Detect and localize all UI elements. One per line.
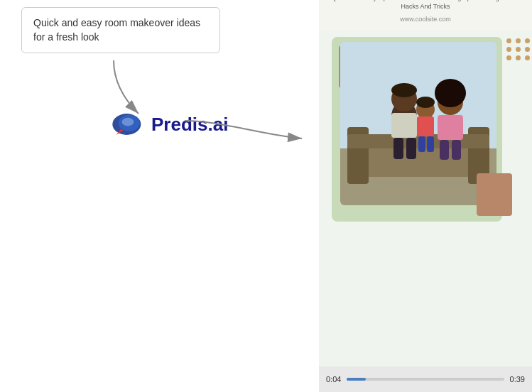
svg-rect-19 xyxy=(417,116,434,136)
predis-logo-icon xyxy=(110,110,146,138)
progress-bar-fill xyxy=(347,378,366,381)
family-scene-illustration xyxy=(340,42,496,205)
callout-text: Quick and easy room makeover ideas for a… xyxy=(33,17,200,43)
svg-point-23 xyxy=(435,79,466,107)
svg-rect-24 xyxy=(438,115,463,140)
family-svg xyxy=(340,42,496,205)
main-photo xyxy=(340,42,496,205)
card-website: www.coolsite.com xyxy=(327,16,523,23)
svg-point-13 xyxy=(391,83,417,97)
progress-bar[interactable] xyxy=(347,378,504,381)
time-current: 0:04 xyxy=(326,375,341,383)
right-panel: Logobrand × xyxy=(319,0,532,392)
deco-rect-bottom-right xyxy=(477,173,512,216)
panel-inner: Logobrand × xyxy=(319,0,532,366)
predis-logo: Predis.ai xyxy=(110,110,228,138)
predis-logo-text: Predis.ai xyxy=(151,114,228,136)
left-area: Quick and easy room makeover ideas for a… xyxy=(0,0,320,392)
svg-rect-16 xyxy=(406,138,416,159)
text-section: Transform Your Space In A Snap: 5 Brilli… xyxy=(319,0,532,31)
svg-rect-20 xyxy=(418,136,425,152)
svg-point-18 xyxy=(416,97,435,108)
svg-rect-15 xyxy=(393,138,403,159)
svg-rect-21 xyxy=(427,136,434,152)
svg-rect-26 xyxy=(452,140,461,160)
dots-top-right xyxy=(506,38,531,60)
callout-box: Quick and easy room makeover ideas for a… xyxy=(21,7,220,53)
svg-point-3 xyxy=(122,118,134,126)
time-total: 0:39 xyxy=(510,375,525,383)
svg-rect-14 xyxy=(391,113,417,138)
card-subtext: Quick And Easy Tips To Revitalize Your L… xyxy=(327,0,523,11)
svg-rect-25 xyxy=(440,140,449,160)
progress-area: 0:04 0:39 xyxy=(319,366,532,392)
